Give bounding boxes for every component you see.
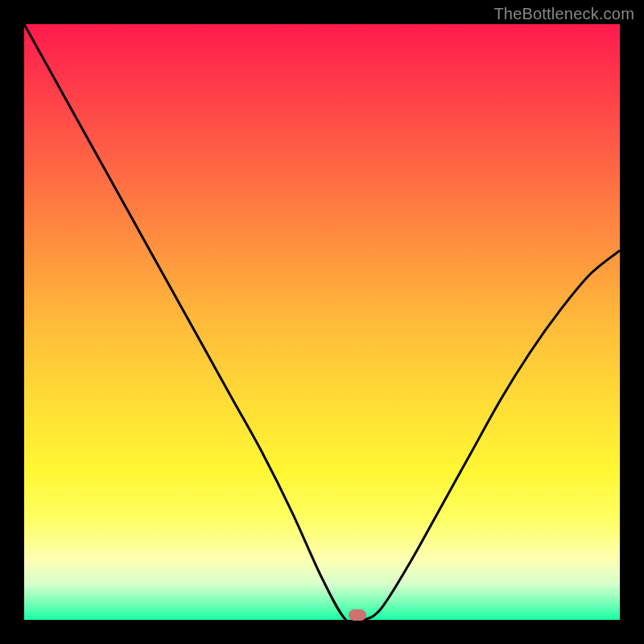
- optimum-marker: [349, 609, 366, 621]
- watermark-text: TheBottleneck.com: [493, 5, 634, 23]
- curve-path: [24, 24, 620, 620]
- plot-area: [24, 24, 620, 620]
- bottleneck-curve: [24, 24, 620, 620]
- chart-frame: TheBottleneck.com: [0, 0, 644, 644]
